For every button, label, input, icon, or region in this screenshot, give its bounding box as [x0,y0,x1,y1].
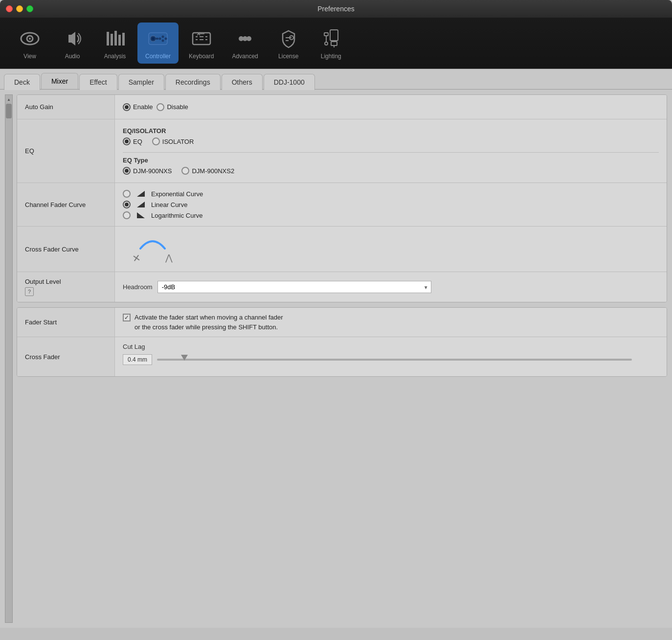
tab-mixer[interactable]: Mixer [41,73,78,89]
logarithmic-curve-radio[interactable]: Logarithmic Curve [123,211,203,219]
auto-gain-enable-radio[interactable]: Enable [123,103,153,111]
toolbar-item-controller[interactable]: Controller [137,23,179,64]
exponential-curve-label: Exponential Curve [151,190,203,198]
exponential-radio-outer [123,190,131,198]
license-icon [276,26,301,51]
linear-curve-radio[interactable]: Linear Curve [123,201,187,208]
djm900nxs-radio[interactable]: DJM-900NXS [123,167,172,175]
svg-point-14 [162,40,164,42]
svg-point-15 [159,38,161,40]
minimize-button[interactable] [16,5,23,12]
toolbar-item-license[interactable]: License [269,23,309,64]
headroom-row: Headroom -9dB -6dB -12dB [123,281,431,293]
svg-rect-7 [118,35,121,46]
eq-radio-inner [125,139,129,143]
auto-gain-label: Auto Gain [17,95,115,119]
svg-rect-5 [111,34,113,46]
window-title: Preferences [317,5,354,13]
svg-rect-6 [114,31,117,46]
toolbar-label-view: View [23,53,36,60]
tab-recordings[interactable]: Recordings [165,74,221,90]
close-button[interactable] [6,5,13,12]
cross-fader-label: Cross Fader [17,337,115,376]
fader-start-desc-line2: or the cross fader while pressing the SH… [134,323,278,331]
tab-deck[interactable]: Deck [4,74,40,90]
djm900nxs-radio-inner [125,169,129,173]
title-bar: Preferences [0,0,672,18]
eq-type-radio-group-2: DJM-900NXS DJM-900NXS2 [123,167,659,175]
output-level-row: Output Level ? Headroom -9dB -6dB -12dB [17,272,667,302]
cutlag-header: Cut Lag [123,343,145,350]
svg-rect-17 [193,33,210,45]
toolbar-item-advanced[interactable]: Advanced [224,23,266,64]
eq-type-radio-group: EQ ISOLATOR [123,137,194,145]
output-level-help-icon[interactable]: ? [25,287,34,296]
linear-curve-icon [135,201,147,208]
cross-fader-row: Cross Fader Cut Lag 0.4 mm [17,337,667,376]
svg-rect-16 [156,38,158,40]
eq-radio[interactable]: EQ [123,137,142,145]
svg-point-29 [246,36,251,41]
exponential-curve-icon [135,190,147,198]
eq-section-header: EQ/ISOLATOR [123,127,194,135]
fader-start-value: Activate the fader start when moving a c… [115,308,667,337]
auto-gain-disable-radio[interactable]: Disable [157,103,188,111]
toolbar-item-audio[interactable]: Audio [52,23,92,64]
toolbar-item-analysis[interactable]: Analysis [95,23,135,64]
main-panel: Auto Gain Enable Disable EQ [17,94,667,623]
svg-marker-39 [137,191,145,197]
svg-marker-40 [137,202,145,207]
auto-gain-disable-radio-outer [157,103,164,111]
exponential-curve-radio[interactable]: Exponential Curve [123,190,203,198]
djm900nxs2-radio-outer [181,167,189,175]
isolator-radio[interactable]: ISOLATOR [152,137,194,145]
toolbar-label-license: License [278,53,298,60]
scroll-up-arrow[interactable]: ▲ [5,96,12,103]
linear-curve-label: Linear Curve [151,201,187,208]
toolbar-label-keyboard: Keyboard [189,53,214,60]
cross-fader-curve-value: ✕ ⋀ [115,227,667,272]
cutlag-slider-track[interactable] [157,359,632,361]
headroom-label: Headroom [123,283,153,291]
output-level-value: Headroom -9dB -6dB -12dB [115,272,667,302]
toolbar-label-analysis: Analysis [104,53,126,60]
svg-rect-34 [331,42,337,46]
linear-radio-outer [123,201,131,208]
eq-radio-label: EQ [133,138,142,145]
settings-table-2: Fader Start Activate the fader start whe… [17,307,667,377]
tab-others[interactable]: Others [222,74,263,90]
linear-radio-inner [125,203,129,206]
auto-gain-enable-radio-inner [125,105,129,109]
scroll-thumb[interactable] [6,104,12,118]
djm900nxs2-radio[interactable]: DJM-900NXS2 [181,167,234,175]
traffic-lights [6,5,33,12]
tabs-container: Deck Mixer Effect Sampler Recordings Oth… [0,69,672,90]
analysis-icon [103,26,127,51]
channel-fader-curve-label: Channel Fader Curve [17,183,115,226]
toolbar-item-view[interactable]: View [10,23,50,64]
maximize-button[interactable] [26,5,33,12]
tab-effect[interactable]: Effect [79,74,117,90]
cross-fader-curve-label: Cross Fader Curve [17,227,115,272]
scrollbar[interactable]: ▲ [5,94,13,623]
tab-sampler[interactable]: Sampler [118,74,164,90]
eq-value: EQ/ISOLATOR EQ ISOLATOR [115,119,667,183]
svg-point-13 [165,38,167,40]
toolbar-label-lighting: Lighting [321,53,341,60]
fader-start-desc-line1: Activate the fader start when moving a c… [134,314,283,321]
lighting-icon [319,26,343,51]
svg-rect-8 [122,33,125,46]
fader-start-description: Activate the fader start when moving a c… [134,313,283,332]
headroom-select[interactable]: -9dB -6dB -12dB [157,281,431,293]
eq-row: EQ EQ/ISOLATOR EQ [17,119,667,183]
svg-rect-4 [107,32,109,46]
logarithmic-curve-label: Logarithmic Curve [151,212,203,219]
svg-point-11 [152,37,155,40]
toolbar-item-keyboard[interactable]: Keyboard [181,23,222,64]
logarithmic-curve-icon [135,211,147,219]
toolbar-item-lighting[interactable]: Lighting [311,23,351,64]
cutlag-slider-thumb[interactable] [181,355,188,361]
fader-start-checkbox[interactable] [123,314,131,321]
cutlag-value-box: 0.4 mm [123,354,152,365]
tab-ddj1000[interactable]: DDJ-1000 [264,74,315,90]
